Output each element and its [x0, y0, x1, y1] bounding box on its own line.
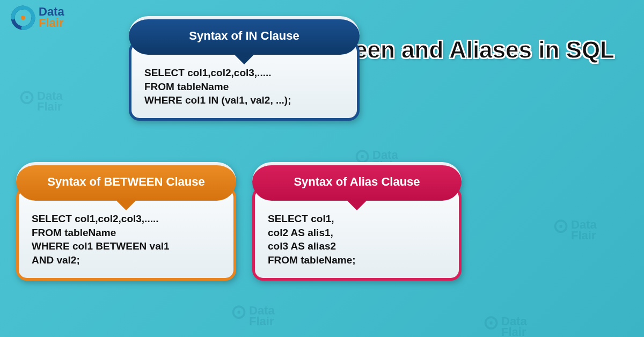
card-header: Syntax of IN Clause [129, 16, 360, 55]
card-header: Syntax of Alias Clause [252, 162, 462, 201]
brand-logo: Data Flair [11, 5, 64, 30]
logo-icon [11, 5, 35, 30]
card-between-clause: Syntax of BETWEEN Clause SELECT col1,col… [16, 162, 236, 281]
card-header: Syntax of BETWEEN Clause [16, 162, 236, 201]
logo-text-line2: Flair [39, 16, 63, 30]
card-in-clause: Syntax of IN Clause SELECT col1,col2,col… [129, 16, 360, 121]
svg-point-0 [21, 16, 25, 20]
watermark: ⊙DataFlair [19, 86, 63, 112]
card-alias-clause: Syntax of Alias Clause SELECT col1, col2… [252, 162, 462, 281]
watermark: ⊙DataFlair [483, 311, 527, 337]
watermark: ⊙DataFlair [553, 215, 597, 241]
watermark: ⊙DataFlair [231, 301, 275, 327]
